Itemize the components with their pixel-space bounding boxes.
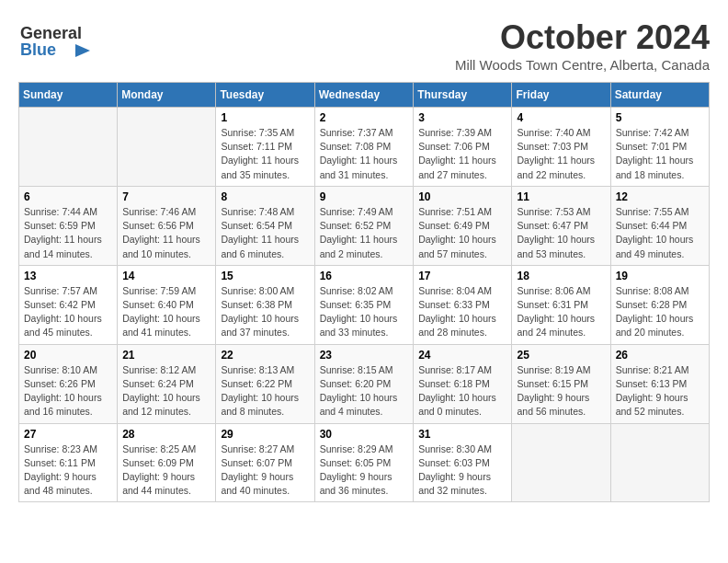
calendar-cell: 9Sunrise: 7:49 AM Sunset: 6:52 PM Daylig… bbox=[314, 186, 414, 265]
day-number: 19 bbox=[616, 270, 704, 282]
day-detail: Sunrise: 8:19 AM Sunset: 6:15 PM Dayligh… bbox=[517, 363, 605, 419]
calendar-cell: 2Sunrise: 7:37 AM Sunset: 7:08 PM Daylig… bbox=[314, 108, 414, 187]
day-detail: Sunrise: 8:10 AM Sunset: 6:26 PM Dayligh… bbox=[24, 363, 112, 419]
day-number: 20 bbox=[24, 349, 112, 362]
day-detail: Sunrise: 7:46 AM Sunset: 6:56 PM Dayligh… bbox=[122, 205, 210, 261]
day-detail: Sunrise: 7:59 AM Sunset: 6:40 PM Dayligh… bbox=[122, 284, 210, 340]
calendar-cell: 21Sunrise: 8:12 AM Sunset: 6:24 PM Dayli… bbox=[118, 344, 216, 423]
calendar-cell: 1Sunrise: 7:35 AM Sunset: 7:11 PM Daylig… bbox=[216, 108, 314, 187]
day-number: 24 bbox=[418, 349, 506, 362]
day-detail: Sunrise: 7:37 AM Sunset: 7:08 PM Dayligh… bbox=[320, 126, 409, 182]
calendar-cell: 11Sunrise: 7:53 AM Sunset: 6:47 PM Dayli… bbox=[512, 186, 610, 265]
day-number: 16 bbox=[320, 270, 409, 282]
day-number: 11 bbox=[517, 190, 605, 203]
day-detail: Sunrise: 8:21 AM Sunset: 6:13 PM Dayligh… bbox=[616, 363, 704, 419]
day-number: 15 bbox=[221, 270, 309, 282]
calendar-cell bbox=[118, 108, 216, 187]
day-detail: Sunrise: 7:39 AM Sunset: 7:06 PM Dayligh… bbox=[418, 126, 506, 182]
day-detail: Sunrise: 8:15 AM Sunset: 6:20 PM Dayligh… bbox=[320, 363, 409, 419]
day-detail: Sunrise: 8:23 AM Sunset: 6:11 PM Dayligh… bbox=[24, 442, 112, 499]
calendar-cell: 16Sunrise: 8:02 AM Sunset: 6:35 PM Dayli… bbox=[314, 265, 414, 344]
calendar-cell: 30Sunrise: 8:29 AM Sunset: 6:05 PM Dayli… bbox=[314, 423, 414, 502]
calendar-cell: 6Sunrise: 7:44 AM Sunset: 6:59 PM Daylig… bbox=[19, 186, 118, 265]
day-detail: Sunrise: 7:42 AM Sunset: 7:01 PM Dayligh… bbox=[616, 126, 704, 182]
calendar-cell: 12Sunrise: 7:55 AM Sunset: 6:44 PM Dayli… bbox=[610, 186, 709, 265]
calendar-cell: 22Sunrise: 8:13 AM Sunset: 6:22 PM Dayli… bbox=[216, 344, 314, 423]
calendar-cell: 14Sunrise: 7:59 AM Sunset: 6:40 PM Dayli… bbox=[118, 265, 216, 344]
calendar-title: October 2024 bbox=[455, 18, 710, 57]
calendar-cell: 27Sunrise: 8:23 AM Sunset: 6:11 PM Dayli… bbox=[19, 423, 118, 502]
svg-text:General: General bbox=[20, 24, 82, 42]
day-detail: Sunrise: 7:51 AM Sunset: 6:49 PM Dayligh… bbox=[418, 205, 506, 261]
day-number: 10 bbox=[418, 190, 506, 203]
day-detail: Sunrise: 8:25 AM Sunset: 6:09 PM Dayligh… bbox=[122, 442, 210, 499]
day-detail: Sunrise: 7:40 AM Sunset: 7:03 PM Dayligh… bbox=[517, 126, 605, 182]
day-number: 4 bbox=[517, 111, 605, 124]
calendar-body: 1Sunrise: 7:35 AM Sunset: 7:11 PM Daylig… bbox=[19, 108, 710, 502]
day-detail: Sunrise: 8:13 AM Sunset: 6:22 PM Dayligh… bbox=[221, 363, 309, 419]
calendar-week-row: 20Sunrise: 8:10 AM Sunset: 6:26 PM Dayli… bbox=[19, 344, 710, 423]
day-detail: Sunrise: 7:44 AM Sunset: 6:59 PM Dayligh… bbox=[24, 205, 112, 261]
calendar-cell: 20Sunrise: 8:10 AM Sunset: 6:26 PM Dayli… bbox=[19, 344, 118, 423]
day-number: 30 bbox=[320, 428, 409, 441]
calendar-cell: 29Sunrise: 8:27 AM Sunset: 6:07 PM Dayli… bbox=[216, 423, 314, 502]
title-block: October 2024 Mill Woods Town Centre, Alb… bbox=[455, 18, 710, 73]
weekday-header: Sunday bbox=[19, 83, 118, 108]
day-number: 23 bbox=[320, 349, 409, 362]
calendar-week-row: 6Sunrise: 7:44 AM Sunset: 6:59 PM Daylig… bbox=[19, 186, 710, 265]
day-number: 1 bbox=[221, 111, 309, 124]
day-number: 8 bbox=[221, 190, 309, 203]
day-detail: Sunrise: 8:08 AM Sunset: 6:28 PM Dayligh… bbox=[616, 284, 704, 340]
day-number: 14 bbox=[122, 270, 210, 282]
day-detail: Sunrise: 8:17 AM Sunset: 6:18 PM Dayligh… bbox=[418, 363, 506, 419]
day-detail: Sunrise: 7:49 AM Sunset: 6:52 PM Dayligh… bbox=[320, 205, 409, 261]
day-detail: Sunrise: 8:02 AM Sunset: 6:35 PM Dayligh… bbox=[320, 284, 409, 340]
day-number: 17 bbox=[418, 270, 506, 282]
day-detail: Sunrise: 8:04 AM Sunset: 6:33 PM Dayligh… bbox=[418, 284, 506, 340]
calendar-cell: 7Sunrise: 7:46 AM Sunset: 6:56 PM Daylig… bbox=[118, 186, 216, 265]
calendar-cell: 8Sunrise: 7:48 AM Sunset: 6:54 PM Daylig… bbox=[216, 186, 314, 265]
calendar-cell: 26Sunrise: 8:21 AM Sunset: 6:13 PM Dayli… bbox=[610, 344, 709, 423]
weekday-header: Thursday bbox=[414, 83, 512, 108]
calendar-cell: 28Sunrise: 8:25 AM Sunset: 6:09 PM Dayli… bbox=[118, 423, 216, 502]
calendar-cell: 19Sunrise: 8:08 AM Sunset: 6:28 PM Dayli… bbox=[610, 265, 709, 344]
calendar-week-row: 27Sunrise: 8:23 AM Sunset: 6:11 PM Dayli… bbox=[19, 423, 710, 502]
day-number: 13 bbox=[24, 270, 112, 282]
weekday-header: Wednesday bbox=[314, 83, 414, 108]
day-detail: Sunrise: 7:55 AM Sunset: 6:44 PM Dayligh… bbox=[616, 205, 704, 261]
calendar-cell: 5Sunrise: 7:42 AM Sunset: 7:01 PM Daylig… bbox=[610, 108, 709, 187]
day-detail: Sunrise: 8:12 AM Sunset: 6:24 PM Dayligh… bbox=[122, 363, 210, 419]
calendar-cell bbox=[19, 108, 118, 187]
calendar-week-row: 1Sunrise: 7:35 AM Sunset: 7:11 PM Daylig… bbox=[19, 108, 710, 187]
calendar-cell: 31Sunrise: 8:30 AM Sunset: 6:03 PM Dayli… bbox=[414, 423, 512, 502]
day-number: 26 bbox=[616, 349, 704, 362]
day-number: 9 bbox=[320, 190, 409, 203]
svg-marker-2 bbox=[75, 44, 90, 57]
day-detail: Sunrise: 8:29 AM Sunset: 6:05 PM Dayligh… bbox=[320, 442, 409, 499]
day-detail: Sunrise: 8:06 AM Sunset: 6:31 PM Dayligh… bbox=[517, 284, 605, 340]
day-number: 12 bbox=[616, 190, 704, 203]
day-number: 31 bbox=[418, 428, 506, 441]
weekday-header: Monday bbox=[118, 83, 216, 108]
day-number: 7 bbox=[122, 190, 210, 203]
day-number: 5 bbox=[616, 111, 704, 124]
day-detail: Sunrise: 8:00 AM Sunset: 6:38 PM Dayligh… bbox=[221, 284, 309, 340]
calendar-cell: 18Sunrise: 8:06 AM Sunset: 6:31 PM Dayli… bbox=[512, 265, 610, 344]
calendar-cell: 15Sunrise: 8:00 AM Sunset: 6:38 PM Dayli… bbox=[216, 265, 314, 344]
calendar-cell: 13Sunrise: 7:57 AM Sunset: 6:42 PM Dayli… bbox=[19, 265, 118, 344]
calendar-week-row: 13Sunrise: 7:57 AM Sunset: 6:42 PM Dayli… bbox=[19, 265, 710, 344]
calendar-cell: 23Sunrise: 8:15 AM Sunset: 6:20 PM Dayli… bbox=[314, 344, 414, 423]
svg-text:Blue: Blue bbox=[20, 40, 56, 59]
day-number: 25 bbox=[517, 349, 605, 362]
day-number: 3 bbox=[418, 111, 506, 124]
weekday-header: Friday bbox=[512, 83, 610, 108]
day-detail: Sunrise: 7:35 AM Sunset: 7:11 PM Dayligh… bbox=[221, 126, 309, 182]
calendar-cell bbox=[512, 423, 610, 502]
day-number: 28 bbox=[122, 428, 210, 441]
day-number: 29 bbox=[221, 428, 309, 441]
day-detail: Sunrise: 8:30 AM Sunset: 6:03 PM Dayligh… bbox=[418, 442, 506, 499]
day-detail: Sunrise: 7:57 AM Sunset: 6:42 PM Dayligh… bbox=[24, 284, 112, 340]
page-header: General Blue October 2024 Mill Woods Tow… bbox=[18, 18, 710, 73]
calendar-header: SundayMondayTuesdayWednesdayThursdayFrid… bbox=[19, 83, 710, 108]
day-number: 27 bbox=[24, 428, 112, 441]
